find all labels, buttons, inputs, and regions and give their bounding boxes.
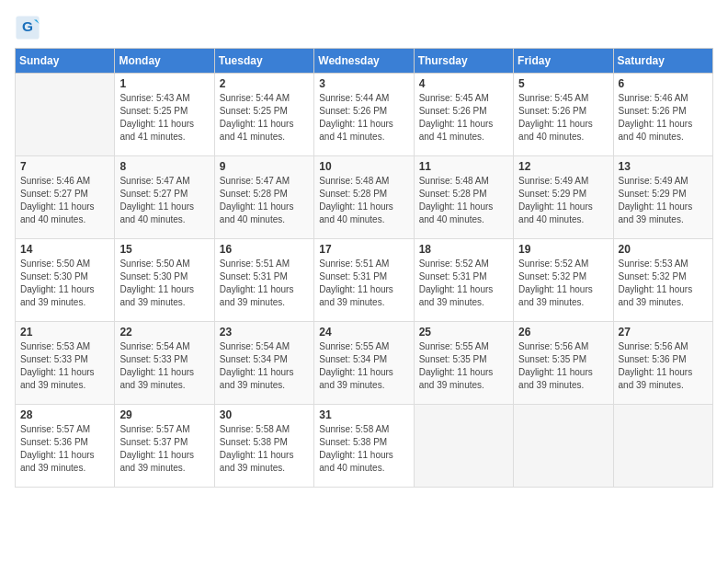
- header-monday: Monday: [115, 49, 214, 74]
- day-info: Sunrise: 5:52 AMSunset: 5:32 PMDaylight:…: [518, 258, 608, 309]
- day-info: Sunrise: 5:45 AMSunset: 5:26 PMDaylight:…: [518, 92, 608, 144]
- header-sunday: Sunday: [16, 49, 115, 74]
- day-number: 13: [619, 160, 708, 173]
- week-row-4: 28Sunrise: 5:57 AMSunset: 5:36 PMDayligh…: [16, 405, 713, 488]
- day-info: Sunrise: 5:51 AMSunset: 5:31 PMDaylight:…: [220, 258, 309, 309]
- day-number: 17: [319, 243, 408, 256]
- week-row-0: 1Sunrise: 5:43 AMSunset: 5:25 PMDaylight…: [16, 74, 713, 156]
- day-info: Sunrise: 5:57 AMSunset: 5:36 PMDaylight:…: [20, 423, 109, 475]
- day-number: 23: [220, 326, 309, 339]
- header-wednesday: Wednesday: [314, 49, 414, 74]
- calendar-cell: 26Sunrise: 5:56 AMSunset: 5:35 PMDayligh…: [514, 322, 613, 405]
- day-info: Sunrise: 5:58 AMSunset: 5:38 PMDaylight:…: [319, 423, 408, 475]
- calendar-cell: 9Sunrise: 5:47 AMSunset: 5:28 PMDaylight…: [214, 156, 313, 239]
- calendar-cell: 16Sunrise: 5:51 AMSunset: 5:31 PMDayligh…: [214, 239, 313, 322]
- day-number: 29: [119, 408, 209, 421]
- day-number: 26: [518, 326, 608, 339]
- calendar-cell: 7Sunrise: 5:46 AMSunset: 5:27 PMDaylight…: [16, 156, 115, 239]
- day-number: 20: [619, 243, 708, 256]
- calendar-cell: 14Sunrise: 5:50 AMSunset: 5:30 PMDayligh…: [16, 239, 115, 322]
- day-info: Sunrise: 5:55 AMSunset: 5:34 PMDaylight:…: [319, 340, 408, 392]
- logo: G: [15, 15, 44, 40]
- day-info: Sunrise: 5:53 AMSunset: 5:32 PMDaylight:…: [619, 258, 708, 309]
- day-number: 19: [518, 243, 608, 256]
- calendar-header-row: SundayMondayTuesdayWednesdayThursdayFrid…: [16, 49, 713, 74]
- day-number: 30: [220, 408, 309, 421]
- day-number: 28: [20, 408, 109, 421]
- day-number: 3: [319, 77, 408, 90]
- day-number: 27: [619, 326, 708, 339]
- calendar-cell: 8Sunrise: 5:47 AMSunset: 5:27 PMDaylight…: [115, 156, 214, 239]
- day-info: Sunrise: 5:50 AMSunset: 5:30 PMDaylight:…: [20, 258, 109, 309]
- day-number: 8: [119, 160, 209, 173]
- week-row-3: 21Sunrise: 5:53 AMSunset: 5:33 PMDayligh…: [16, 322, 713, 405]
- day-info: Sunrise: 5:46 AMSunset: 5:27 PMDaylight:…: [20, 175, 109, 226]
- calendar-cell: 6Sunrise: 5:46 AMSunset: 5:26 PMDaylight…: [613, 74, 712, 156]
- day-info: Sunrise: 5:53 AMSunset: 5:33 PMDaylight:…: [20, 340, 109, 392]
- calendar-cell: 23Sunrise: 5:54 AMSunset: 5:34 PMDayligh…: [214, 322, 313, 405]
- day-number: 14: [20, 243, 109, 256]
- week-row-2: 14Sunrise: 5:50 AMSunset: 5:30 PMDayligh…: [16, 239, 713, 322]
- calendar-cell: 17Sunrise: 5:51 AMSunset: 5:31 PMDayligh…: [314, 239, 414, 322]
- day-info: Sunrise: 5:47 AMSunset: 5:28 PMDaylight:…: [220, 175, 309, 226]
- day-info: Sunrise: 5:48 AMSunset: 5:28 PMDaylight:…: [419, 175, 508, 226]
- day-info: Sunrise: 5:50 AMSunset: 5:30 PMDaylight:…: [119, 258, 209, 309]
- day-number: 1: [119, 77, 209, 90]
- day-info: Sunrise: 5:54 AMSunset: 5:33 PMDaylight:…: [119, 340, 209, 392]
- day-number: 9: [220, 160, 309, 173]
- day-info: Sunrise: 5:44 AMSunset: 5:25 PMDaylight:…: [220, 92, 309, 144]
- calendar-cell: 22Sunrise: 5:54 AMSunset: 5:33 PMDayligh…: [115, 322, 214, 405]
- calendar-cell: [16, 74, 115, 156]
- day-number: 4: [419, 77, 508, 90]
- day-number: 2: [220, 77, 309, 90]
- calendar-cell: 3Sunrise: 5:44 AMSunset: 5:26 PMDaylight…: [314, 74, 414, 156]
- day-number: 16: [220, 243, 309, 256]
- day-number: 15: [119, 243, 209, 256]
- day-info: Sunrise: 5:55 AMSunset: 5:35 PMDaylight:…: [419, 340, 508, 392]
- calendar-cell: [514, 405, 613, 488]
- calendar-cell: 27Sunrise: 5:56 AMSunset: 5:36 PMDayligh…: [613, 322, 712, 405]
- calendar-cell: 15Sunrise: 5:50 AMSunset: 5:30 PMDayligh…: [115, 239, 214, 322]
- day-info: Sunrise: 5:57 AMSunset: 5:37 PMDaylight:…: [119, 423, 209, 475]
- calendar-cell: 4Sunrise: 5:45 AMSunset: 5:26 PMDaylight…: [414, 74, 513, 156]
- calendar-cell: 20Sunrise: 5:53 AMSunset: 5:32 PMDayligh…: [613, 239, 712, 322]
- day-info: Sunrise: 5:54 AMSunset: 5:34 PMDaylight:…: [220, 340, 309, 392]
- calendar-cell: 13Sunrise: 5:49 AMSunset: 5:29 PMDayligh…: [613, 156, 712, 239]
- calendar-cell: 24Sunrise: 5:55 AMSunset: 5:34 PMDayligh…: [314, 322, 414, 405]
- page-header: G: [15, 15, 713, 40]
- day-info: Sunrise: 5:56 AMSunset: 5:35 PMDaylight:…: [518, 340, 608, 392]
- day-info: Sunrise: 5:45 AMSunset: 5:26 PMDaylight:…: [419, 92, 508, 144]
- day-number: 21: [20, 326, 109, 339]
- day-number: 10: [319, 160, 408, 173]
- day-number: 11: [419, 160, 508, 173]
- day-number: 12: [518, 160, 608, 173]
- day-info: Sunrise: 5:44 AMSunset: 5:26 PMDaylight:…: [319, 92, 408, 144]
- calendar-cell: 29Sunrise: 5:57 AMSunset: 5:37 PMDayligh…: [115, 405, 214, 488]
- calendar-cell: 28Sunrise: 5:57 AMSunset: 5:36 PMDayligh…: [16, 405, 115, 488]
- calendar-cell: 2Sunrise: 5:44 AMSunset: 5:25 PMDaylight…: [214, 74, 313, 156]
- day-info: Sunrise: 5:51 AMSunset: 5:31 PMDaylight:…: [319, 258, 408, 309]
- day-number: 18: [419, 243, 508, 256]
- header-tuesday: Tuesday: [214, 49, 313, 74]
- calendar-cell: 31Sunrise: 5:58 AMSunset: 5:38 PMDayligh…: [314, 405, 414, 488]
- day-info: Sunrise: 5:47 AMSunset: 5:27 PMDaylight:…: [119, 175, 209, 226]
- calendar-cell: 10Sunrise: 5:48 AMSunset: 5:28 PMDayligh…: [314, 156, 414, 239]
- logo-icon: G: [15, 15, 40, 40]
- day-info: Sunrise: 5:49 AMSunset: 5:29 PMDaylight:…: [619, 175, 708, 226]
- day-number: 22: [119, 326, 209, 339]
- calendar-cell: 5Sunrise: 5:45 AMSunset: 5:26 PMDaylight…: [514, 74, 613, 156]
- day-number: 7: [20, 160, 109, 173]
- header-friday: Friday: [514, 49, 613, 74]
- day-info: Sunrise: 5:43 AMSunset: 5:25 PMDaylight:…: [119, 92, 209, 144]
- calendar-cell: 1Sunrise: 5:43 AMSunset: 5:25 PMDaylight…: [115, 74, 214, 156]
- calendar-cell: 11Sunrise: 5:48 AMSunset: 5:28 PMDayligh…: [414, 156, 513, 239]
- calendar-cell: [414, 405, 513, 488]
- day-number: 24: [319, 326, 408, 339]
- day-info: Sunrise: 5:56 AMSunset: 5:36 PMDaylight:…: [619, 340, 708, 392]
- calendar-cell: [613, 405, 712, 488]
- calendar-cell: 12Sunrise: 5:49 AMSunset: 5:29 PMDayligh…: [514, 156, 613, 239]
- day-number: 6: [619, 77, 708, 90]
- day-number: 25: [419, 326, 508, 339]
- week-row-1: 7Sunrise: 5:46 AMSunset: 5:27 PMDaylight…: [16, 156, 713, 239]
- day-number: 5: [518, 77, 608, 90]
